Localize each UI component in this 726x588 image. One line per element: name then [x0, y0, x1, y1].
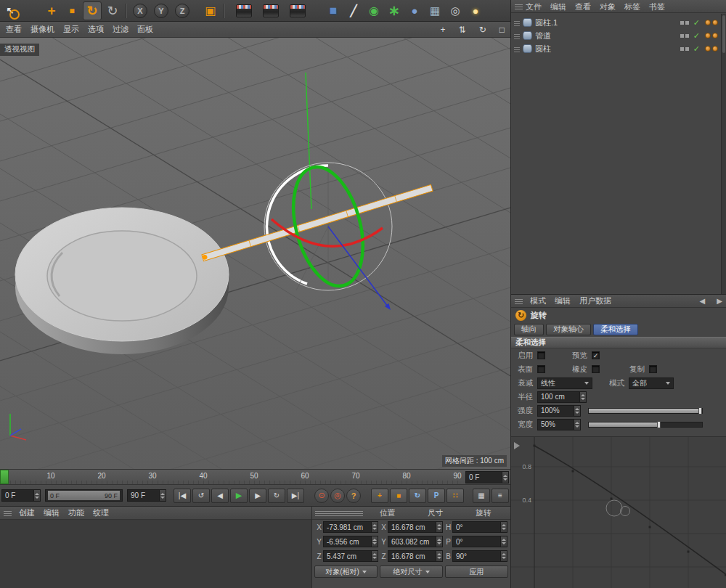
object-name[interactable]: 圆柱.1 [535, 17, 558, 28]
spinner[interactable] [371, 550, 378, 562]
render-picture-viewer-button[interactable] [261, 1, 280, 20]
mode-dropdown[interactable]: 全部 [629, 377, 674, 389]
end-frame-field[interactable]: 90 F [127, 489, 159, 502]
render-settings-button[interactable] [288, 1, 307, 20]
snap-toggle-button[interactable]: ▦ [473, 489, 490, 503]
size-value-field[interactable]: 16.678 cm [388, 521, 436, 533]
size-value-field[interactable]: 16.678 cm [388, 550, 436, 562]
visibility-dots[interactable] [680, 21, 689, 25]
enable-checkbox[interactable] [537, 351, 545, 359]
add-spline-button[interactable]: ╱ [344, 1, 363, 20]
move-tool[interactable]: + [42, 1, 61, 20]
surface-checkbox[interactable] [537, 365, 545, 373]
drag-handle-icon[interactable] [514, 46, 520, 52]
add-light-button[interactable]: ● [466, 1, 485, 20]
live-selection-tool[interactable]: ↖ [1, 1, 20, 20]
frame-spinner[interactable] [33, 489, 41, 502]
menu-item[interactable]: 对象 [600, 1, 616, 12]
record-rotation-toggle[interactable]: ↻ [409, 489, 426, 503]
goto-start-button[interactable]: |◀ [174, 489, 191, 503]
spinner[interactable] [500, 536, 507, 547]
panel-grip-icon[interactable] [4, 510, 12, 516]
goto-end-button[interactable]: ▶| [287, 489, 304, 503]
add-environment-button[interactable]: ▦ [425, 1, 444, 20]
panel-grip-icon[interactable] [515, 3, 523, 9]
menu-item[interactable]: 显示 [63, 24, 79, 35]
frame-field[interactable]: 0 F [1, 489, 33, 502]
record-scale-toggle[interactable]: ■ [390, 489, 407, 503]
object-name[interactable]: 管道 [535, 30, 551, 41]
drag-handle-icon[interactable] [514, 20, 520, 26]
view-rotate-icon[interactable]: ↻ [479, 25, 486, 35]
rotation-value-field[interactable]: 0° [452, 521, 500, 533]
tab-object-axis[interactable]: 对象轴心 [546, 324, 591, 335]
enabled-check-icon[interactable]: ✓ [693, 44, 700, 54]
record-keyframe-button[interactable]: ⊙ [314, 489, 329, 503]
object-row[interactable]: 圆柱.1 ✓ [511, 16, 721, 29]
falloff-curve-graph[interactable]: 0.8 0.4 [511, 436, 726, 588]
strength-field[interactable]: 100% [537, 405, 574, 417]
menu-item[interactable]: 编辑 [44, 507, 60, 518]
autokeying-button[interactable]: ◎ [330, 489, 345, 503]
add-array-button[interactable]: ∗ [385, 1, 404, 20]
menu-item[interactable]: 书签 [649, 1, 665, 12]
eraser-checkbox[interactable] [592, 365, 600, 373]
scale-tool[interactable]: ■ [62, 1, 81, 20]
menu-item[interactable]: 纹理 [93, 507, 109, 518]
preview-checkbox[interactable]: ✓ [592, 351, 600, 359]
texture-tag-icons[interactable] [705, 33, 718, 38]
menu-item[interactable]: 标签 [624, 1, 640, 12]
menu-item[interactable]: 功能 [68, 507, 84, 518]
loop-button[interactable]: ↻ [268, 489, 285, 503]
add-primitive-button[interactable]: ■ [324, 1, 343, 20]
apply-button[interactable]: 应用 [445, 565, 508, 578]
width-field[interactable]: 50% [537, 419, 574, 430]
tab-soft-selection[interactable]: 柔和选择 [593, 324, 638, 335]
menu-item[interactable]: 过滤 [113, 24, 129, 35]
coordinate-system-button[interactable]: ▣ [201, 1, 220, 20]
copy-checkbox[interactable] [649, 365, 657, 373]
cylinder-object-selected[interactable] [202, 184, 433, 261]
lock-x-axis-button[interactable]: X [131, 1, 150, 20]
coordinate-mode-dropdown[interactable]: 对象(相对) [314, 565, 378, 578]
lock-y-axis-button[interactable]: Y [152, 1, 171, 20]
position-value-field[interactable]: -6.956 cm [323, 536, 371, 547]
position-value-field[interactable]: 5.437 cm [323, 550, 371, 562]
viewport-canvas[interactable]: 透视视图 网格间距 : 100 cm [0, 38, 510, 469]
render-view-button[interactable] [234, 1, 253, 20]
timeline-playhead[interactable] [0, 470, 9, 484]
menu-item[interactable]: 编辑 [555, 295, 571, 306]
menu-item[interactable]: 创建 [19, 507, 35, 518]
section-header[interactable]: 柔和选择 [511, 337, 726, 348]
timeline-ruler[interactable]: 102030405060708090 0 F [0, 469, 510, 485]
spinner[interactable] [371, 521, 378, 533]
menu-item[interactable]: 编辑 [550, 1, 566, 12]
spinner[interactable] [579, 391, 587, 403]
history-back-icon[interactable]: ◀ [700, 297, 706, 305]
falloff-curve[interactable] [534, 446, 726, 575]
strength-slider[interactable] [588, 408, 703, 414]
expand-triangle-icon[interactable] [514, 442, 520, 449]
pipe-object[interactable] [15, 208, 229, 354]
record-pla-toggle[interactable]: ∷ [446, 489, 464, 503]
object-row[interactable]: 管道 ✓ [511, 29, 721, 42]
menu-item[interactable]: 查看 [6, 24, 22, 35]
quantize-button[interactable]: ≡ [492, 489, 509, 503]
spinner[interactable] [574, 419, 581, 430]
view-pan-icon[interactable]: + [441, 25, 446, 35]
drag-handle-icon[interactable] [514, 33, 520, 39]
object-manager-scrollbar[interactable] [721, 14, 726, 294]
spinner[interactable] [436, 521, 443, 533]
record-position-toggle[interactable]: + [371, 489, 388, 503]
last-used-tool[interactable]: ↻ [103, 1, 122, 20]
add-deformer-button[interactable]: ● [405, 1, 424, 20]
frame-range-slider[interactable]: 0 F 90 F [45, 489, 123, 502]
object-row[interactable]: 圆柱 ✓ [511, 42, 721, 55]
rotate-tool[interactable]: ↻ [83, 1, 102, 20]
record-parameter-toggle[interactable]: P [428, 489, 445, 503]
end-frame-spinner[interactable] [159, 489, 166, 502]
play-backwards-button[interactable]: ↺ [192, 489, 210, 503]
spinner[interactable] [500, 521, 507, 533]
view-zoom-icon[interactable]: ⇅ [459, 25, 466, 35]
tab-axis[interactable]: 轴向 [514, 324, 544, 335]
